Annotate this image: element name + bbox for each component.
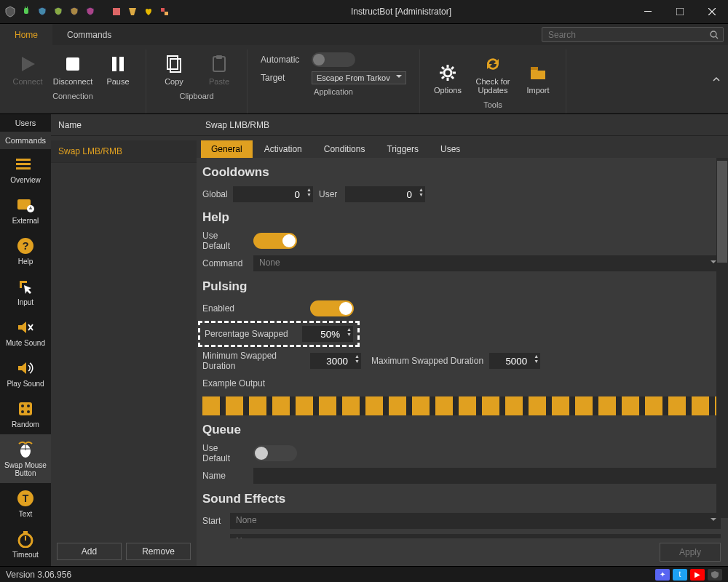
nav-help[interactable]: ?Help — [0, 231, 51, 271]
version-label: Version 3.06.956 — [6, 570, 71, 580]
plug-icon[interactable] — [20, 6, 32, 17]
sound-start-select[interactable]: None — [230, 513, 721, 529]
youtube-icon[interactable]: ▶ — [690, 569, 705, 581]
nav-input[interactable]: Input — [0, 271, 51, 312]
tab-general[interactable]: General — [201, 140, 253, 158]
minimize-button[interactable] — [632, 0, 664, 23]
search-input[interactable] — [547, 29, 710, 41]
qa-icon1[interactable] — [111, 6, 122, 17]
percentage-swapped-input[interactable] — [302, 326, 353, 342]
svg-rect-14 — [170, 59, 181, 72]
spin-up-icon[interactable]: ▲ — [306, 187, 312, 192]
command-list: Swap LMB/RMB — [51, 136, 197, 537]
disconnect-button[interactable]: Disconnect — [51, 49, 95, 89]
close-button[interactable] — [696, 0, 728, 23]
tab-triggers[interactable]: Triggers — [376, 140, 429, 158]
svg-rect-1 — [25, 7, 25, 9]
shield4-icon[interactable] — [84, 6, 96, 17]
shield2-icon[interactable] — [52, 6, 64, 17]
svg-rect-6 — [644, 11, 652, 12]
svg-rect-21 — [16, 167, 31, 170]
pulsing-enabled-toggle[interactable] — [310, 300, 354, 316]
external-icon — [16, 196, 35, 215]
import-button[interactable]: Import — [516, 58, 560, 97]
nav-text[interactable]: TText — [0, 483, 51, 524]
nav-play-sound[interactable]: Play Sound — [0, 353, 51, 394]
nav-random[interactable]: Random — [0, 394, 51, 434]
twitter-icon[interactable]: t — [673, 569, 687, 581]
stopwatch-icon — [17, 530, 34, 549]
command-list-header: Name — [51, 114, 197, 136]
search-icon[interactable] — [710, 31, 719, 39]
svg-rect-19 — [16, 159, 31, 161]
max-swapped-input[interactable] — [489, 353, 540, 369]
connect-button[interactable]: Connect — [6, 49, 50, 89]
ribbon-collapse-icon[interactable] — [712, 75, 721, 84]
help-command-select[interactable]: None — [253, 255, 721, 271]
add-button[interactable]: Add — [57, 543, 122, 560]
help-icon: ? — [17, 236, 34, 255]
section-sound: Sound Effects — [202, 492, 721, 506]
window-title: InstructBot [Administrator] — [170, 7, 632, 17]
scrollbar-thumb[interactable] — [717, 161, 727, 263]
remove-button[interactable]: Remove — [126, 543, 191, 560]
gear-icon — [438, 61, 457, 84]
queue-usedefault-toggle[interactable] — [253, 445, 297, 461]
help-usedefault-toggle[interactable] — [253, 233, 297, 249]
cooldown-user-input[interactable] — [345, 186, 425, 202]
pause-button[interactable]: Pause — [96, 49, 140, 89]
copy-button[interactable]: Copy — [152, 49, 196, 89]
tab-home[interactable]: Home — [0, 24, 52, 45]
nav-mute-sound[interactable]: Mute Sound — [0, 312, 51, 353]
svg-rect-12 — [119, 57, 124, 71]
apply-button[interactable]: Apply — [660, 543, 721, 562]
side-tab-commands[interactable]: Commands — [0, 132, 51, 149]
svg-point-17 — [444, 69, 451, 76]
tab-commands[interactable]: Commands — [52, 24, 126, 45]
svg-text:?: ? — [22, 239, 28, 252]
qa-icon4[interactable] — [159, 6, 170, 17]
queue-name-input[interactable] — [253, 468, 721, 484]
qa-icon3-heart[interactable] — [143, 6, 154, 17]
paste-button[interactable]: Paste — [197, 49, 241, 89]
tab-activation[interactable]: Activation — [254, 140, 312, 158]
ribbon: Connect Disconnect Pause Connection Copy… — [0, 45, 728, 114]
scrollbar[interactable] — [716, 158, 728, 518]
check-updates-button[interactable]: Check for Updates — [471, 49, 515, 97]
percentage-swapped-highlight: Percentage Swapped ▲▼ — [198, 321, 360, 347]
min-swapped-input[interactable] — [310, 353, 361, 369]
command-list-item[interactable]: Swap LMB/RMB — [51, 140, 197, 163]
tab-uses[interactable]: Uses — [430, 140, 470, 158]
nav-swap-mouse[interactable]: Swap Mouse Button — [0, 434, 51, 483]
content-panel: Swap LMB/RMB General Activation Conditio… — [197, 114, 728, 566]
maximize-button[interactable] — [664, 0, 696, 23]
shield3-icon[interactable] — [68, 6, 80, 17]
options-button[interactable]: Options — [426, 58, 470, 97]
qa-icon2[interactable] — [127, 6, 138, 17]
shield1-icon[interactable] — [36, 6, 48, 17]
search-box[interactable] — [542, 27, 724, 42]
svg-rect-13 — [167, 56, 178, 69]
command-list-panel: Name Swap LMB/RMB Add Remove — [51, 114, 197, 566]
nav-timeout[interactable]: Timeout — [0, 524, 51, 565]
refresh-icon — [483, 52, 502, 76]
cooldown-global-input[interactable] — [233, 186, 313, 202]
tab-conditions[interactable]: Conditions — [314, 140, 376, 158]
folder-icon — [529, 61, 547, 84]
nav-overview[interactable]: Overview — [0, 149, 51, 190]
title-bar: InstructBot [Administrator] — [0, 0, 728, 23]
ribbon-group-connection: Connect Disconnect Pause Connection — [0, 49, 146, 113]
nav-external[interactable]: External — [0, 190, 51, 231]
svg-point-29 — [21, 404, 24, 407]
overview-icon — [16, 155, 35, 174]
discord-icon[interactable]: ✦ — [655, 569, 670, 581]
spin-down-icon[interactable]: ▼ — [306, 192, 312, 197]
ribbon-group-clipboard: Copy Paste Clipboard — [146, 49, 248, 113]
content-scroll: Cooldowns Global ▲▼ User ▲▼ Help Use Def… — [197, 158, 728, 538]
svg-rect-27 — [20, 281, 22, 288]
sound-end-select[interactable]: None — [230, 534, 721, 538]
target-select[interactable]: Escape From Tarkov — [312, 71, 406, 84]
side-tab-users[interactable]: Users — [0, 114, 51, 132]
automatic-toggle[interactable] — [312, 52, 355, 67]
status-app-icon[interactable] — [708, 569, 722, 581]
